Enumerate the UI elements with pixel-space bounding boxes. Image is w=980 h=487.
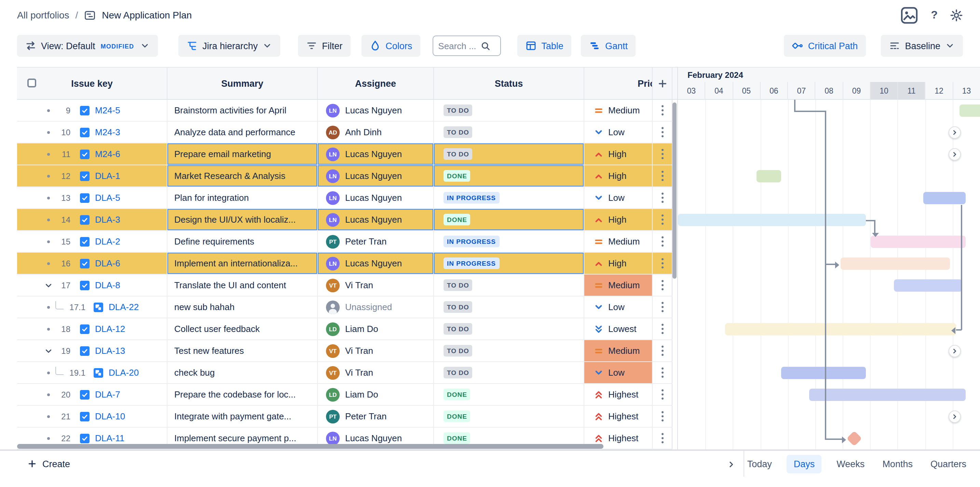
summary-cell[interactable]: Market Research & Analysis (167, 165, 318, 186)
summary-cell[interactable]: Brainstorm activities for April (167, 100, 318, 121)
priority-cell[interactable]: Medium (584, 274, 653, 296)
row-more-options-button[interactable] (653, 122, 673, 143)
summary-cell[interactable]: Translate the UI and content (167, 274, 318, 296)
status-cell[interactable]: DONE (434, 165, 584, 186)
scroll-to-bar-button[interactable] (948, 411, 961, 423)
column-header-issue-key[interactable]: Issue key (17, 68, 167, 99)
select-all-checkbox[interactable] (27, 79, 36, 87)
status-cell[interactable]: TO DO (434, 362, 584, 383)
status-cell[interactable]: TO DO (434, 297, 584, 317)
assignee-cell[interactable]: LN Lucas Nguyen (318, 165, 434, 186)
table-row[interactable]: 9 M24-5 Brainstorm activities for April … (17, 100, 673, 122)
priority-cell[interactable]: Medium (584, 100, 653, 121)
issue-key-link[interactable]: DLA-3 (95, 214, 120, 225)
summary-cell[interactable]: new sub hahah (167, 297, 318, 317)
gantt-bar[interactable] (894, 279, 962, 292)
issue-key-link[interactable]: DLA-6 (95, 258, 120, 268)
add-column-button[interactable] (653, 68, 673, 99)
column-header-status[interactable]: Status (434, 68, 584, 99)
row-more-options-button[interactable] (653, 165, 673, 186)
status-cell[interactable]: IN PROGRESS (434, 187, 584, 208)
summary-cell[interactable]: Design the UI/UX with localiz... (167, 209, 318, 230)
assignee-cell[interactable]: VT Vi Tran (318, 340, 434, 361)
row-more-options-button[interactable] (653, 100, 673, 121)
gantt-view-button[interactable]: Gantt (581, 35, 636, 57)
row-more-options-button[interactable] (653, 274, 673, 296)
hierarchy-selector-button[interactable]: Jira hierarchy (178, 35, 280, 57)
issue-key-link[interactable]: DLA-1 (95, 171, 120, 181)
settings-button[interactable] (950, 8, 963, 22)
issue-key-link[interactable]: M24-6 (95, 149, 120, 159)
priority-cell[interactable]: High (584, 143, 653, 165)
table-row[interactable]: 13 DLA-5 Plan for integration LN Lucas N… (17, 187, 673, 209)
gantt-bar[interactable] (678, 214, 866, 226)
status-cell[interactable]: DONE (434, 209, 584, 230)
priority-cell[interactable]: Lowest (584, 318, 653, 339)
priority-cell[interactable]: High (584, 165, 653, 186)
row-more-options-button[interactable] (653, 384, 673, 405)
table-row[interactable]: 12 DLA-1 Market Research & Analysis LN L… (17, 165, 673, 187)
assignee-cell[interactable]: LD Liam Do (318, 318, 434, 339)
scroll-to-bar-button[interactable] (948, 345, 961, 357)
issue-key-link[interactable]: DLA-2 (95, 236, 120, 247)
assignee-cell[interactable]: LN Lucas Nguyen (318, 209, 434, 230)
table-row[interactable]: 18 DLA-12 Collect user feedback LD Liam … (17, 318, 673, 340)
gantt-milestone[interactable] (846, 431, 862, 446)
column-header-assignee[interactable]: Assignee (318, 68, 434, 99)
summary-cell[interactable]: Test new features (167, 340, 318, 361)
zoom-option-months[interactable]: Months (880, 455, 915, 473)
priority-cell[interactable]: Medium (584, 231, 653, 252)
assignee-cell[interactable]: LN Lucas Nguyen (318, 100, 434, 121)
table-row[interactable]: 19.1 DLA-20 check bug VT Vi Tran TO DO L… (17, 362, 673, 384)
priority-cell[interactable]: Highest (584, 384, 653, 405)
breadcrumb-all-portfolios[interactable]: All portfolios (17, 10, 69, 21)
assignee-cell[interactable]: VT Vi Tran (318, 274, 434, 296)
assignee-cell[interactable]: AD Anh Dinh (318, 122, 434, 143)
table-row[interactable]: 17 DLA-8 Translate the UI and content VT… (17, 274, 673, 297)
priority-cell[interactable]: Low (584, 122, 653, 143)
issue-key-link[interactable]: DLA-22 (109, 302, 139, 312)
row-more-options-button[interactable] (653, 209, 673, 230)
gantt-bar[interactable] (757, 170, 781, 182)
critical-path-button[interactable]: Critical Path (784, 35, 866, 57)
status-cell[interactable]: TO DO (434, 318, 584, 339)
summary-cell[interactable]: Collect user feedback (167, 318, 318, 339)
status-cell[interactable]: TO DO (434, 274, 584, 296)
assignee-cell[interactable]: LN Lucas Nguyen (318, 187, 434, 208)
table-row[interactable]: 10 M24-3 Analyze data and performance AD… (17, 122, 673, 143)
expand-chevron-icon[interactable] (43, 281, 54, 290)
gantt-bar[interactable] (809, 389, 966, 401)
expand-chevron-icon[interactable] (43, 346, 54, 355)
table-row[interactable]: 21 DLA-10 Integrate with payment gate...… (17, 406, 673, 428)
status-cell[interactable]: TO DO (434, 143, 584, 165)
status-cell[interactable]: TO DO (434, 100, 584, 121)
status-cell[interactable]: DONE (434, 384, 584, 405)
summary-cell[interactable]: Define requirements (167, 231, 318, 252)
table-row[interactable]: 11 M24-6 Prepare email marketing LN Luca… (17, 143, 673, 165)
assignee-cell[interactable]: LD Liam Do (318, 384, 434, 405)
summary-cell[interactable]: Plan for integration (167, 187, 318, 208)
status-cell[interactable]: IN PROGRESS (434, 253, 584, 274)
table-view-button[interactable]: Table (517, 35, 572, 57)
row-more-options-button[interactable] (653, 297, 673, 317)
issue-key-link[interactable]: DLA-10 (95, 411, 125, 422)
zoom-option-weeks[interactable]: Weeks (834, 455, 867, 473)
gantt-bar[interactable] (841, 257, 950, 270)
help-button[interactable]: ? (931, 9, 938, 21)
assignee-cell[interactable]: PT Peter Tran (318, 406, 434, 427)
assignee-cell[interactable]: LN Lucas Nguyen (318, 143, 434, 165)
issue-key-link[interactable]: M24-3 (95, 127, 120, 137)
create-button[interactable]: Create (27, 451, 70, 477)
issue-key-link[interactable]: DLA-13 (95, 346, 125, 356)
issue-key-link[interactable]: DLA-11 (95, 433, 124, 443)
row-more-options-button[interactable] (653, 362, 673, 383)
priority-cell[interactable]: Medium (584, 340, 653, 361)
issue-key-link[interactable]: DLA-20 (109, 368, 139, 378)
zoom-option-days[interactable]: Days (787, 455, 822, 473)
row-more-options-button[interactable] (653, 187, 673, 208)
summary-cell[interactable]: Prepare the codebase for loc... (167, 384, 318, 405)
issue-key-link[interactable]: M24-5 (95, 105, 120, 116)
priority-cell[interactable]: Low (584, 187, 653, 208)
gantt-bar[interactable] (959, 105, 980, 117)
status-cell[interactable]: TO DO (434, 122, 584, 143)
